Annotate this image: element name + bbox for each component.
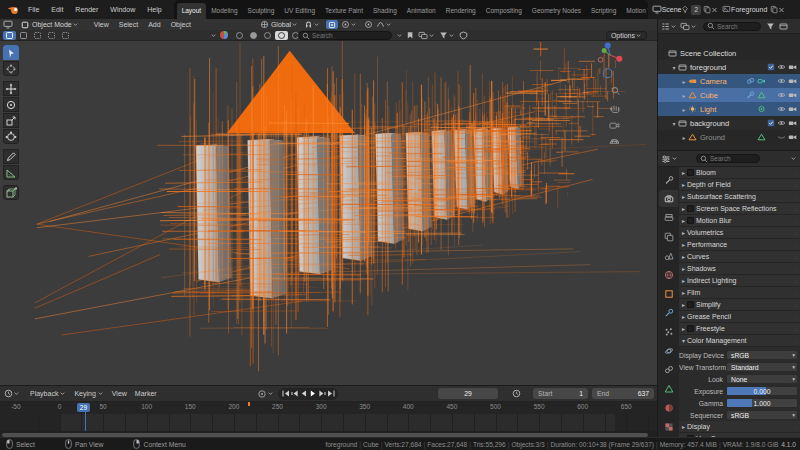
outliner-row-camera[interactable]: ▸Camera: [658, 74, 800, 88]
panel-checkbox[interactable]: [687, 325, 694, 332]
panel-screen-space-reflections[interactable]: ▸Screen Space Reflections::: [679, 203, 800, 215]
panel-expander-icon[interactable]: ▸: [682, 253, 685, 260]
shield-icon[interactable]: [459, 31, 468, 40]
playback-sync-icon[interactable]: [512, 389, 521, 398]
current-frame-field[interactable]: 29: [438, 388, 498, 399]
panel-shadows[interactable]: ▸Shadows::: [679, 263, 800, 275]
eye-icon[interactable]: [777, 63, 786, 71]
current-frame-badge[interactable]: 29: [77, 403, 90, 412]
tool-measure[interactable]: [3, 165, 19, 180]
panel-drag-handle[interactable]: ::: [794, 290, 799, 296]
mode-selector[interactable]: Object Mode: [32, 21, 72, 28]
panel-checkbox[interactable]: [687, 169, 694, 176]
data-mesh-icon[interactable]: [757, 91, 766, 99]
wrench-icon[interactable]: [746, 91, 755, 99]
proportional-edit-icon[interactable]: [341, 20, 350, 29]
panel-expander-icon[interactable]: ▸: [682, 301, 685, 308]
scene-name[interactable]: Scene: [662, 6, 682, 13]
tool-select-box[interactable]: [3, 45, 19, 60]
panel-drag-handle[interactable]: ::: [794, 338, 799, 344]
select-mode-1[interactable]: [17, 31, 30, 40]
select-mode-0[interactable]: [3, 31, 16, 40]
tab-texture-paint[interactable]: Texture Paint: [320, 3, 368, 19]
panel-grease-pencil[interactable]: ▸Grease Pencil::: [679, 311, 800, 323]
timeline-menu-view[interactable]: View: [108, 390, 131, 397]
dropdown-look[interactable]: None▾: [726, 374, 798, 384]
tab-animation[interactable]: Animation: [402, 3, 441, 19]
panel-expander-icon[interactable]: ▸: [682, 217, 685, 224]
outliner-row-scene-collection[interactable]: Scene Collection: [658, 46, 800, 60]
proportional-falloff-icon[interactable]: [364, 20, 373, 29]
filter-icon[interactable]: [766, 22, 775, 31]
panel-expander-icon[interactable]: ▸: [682, 181, 685, 188]
timeline-menu-playback[interactable]: Playback: [26, 390, 70, 397]
panel-expander-icon[interactable]: ▸: [682, 277, 685, 284]
tab-uv-editing[interactable]: UV Editing: [279, 3, 320, 19]
panel-checkbox[interactable]: [687, 217, 694, 224]
cam-icon[interactable]: [788, 91, 797, 99]
panel-drag-handle[interactable]: ::: [794, 302, 799, 308]
transport-jump-end[interactable]: [326, 389, 335, 398]
properties-tab-object[interactable]: [659, 285, 678, 302]
tab-compositing[interactable]: Compositing: [481, 3, 527, 19]
data-mesh-icon[interactable]: [757, 133, 766, 141]
new-scene-icon[interactable]: [703, 5, 711, 14]
link-icon[interactable]: [746, 77, 755, 85]
camera-view-gizmo[interactable]: [603, 69, 612, 78]
viewport-menu-add[interactable]: Add: [143, 21, 165, 28]
viewport-3d[interactable]: [0, 41, 657, 385]
remove-view-layer-icon[interactable]: [778, 6, 785, 14]
editor-type-icon[interactable]: [3, 20, 13, 29]
panel-expander-icon[interactable]: ▸: [682, 423, 685, 430]
panel-drag-handle[interactable]: ::: [794, 170, 799, 176]
check-icon[interactable]: [767, 63, 775, 71]
panel-subsurface-scattering[interactable]: ▸Subsurface Scattering::: [679, 191, 800, 203]
expander-icon[interactable]: ▾: [670, 120, 678, 127]
properties-tab-world[interactable]: [659, 266, 678, 283]
tool-annotate[interactable]: [3, 149, 19, 164]
outliner-row-light[interactable]: ▸Light: [658, 102, 800, 116]
properties-tab-modifiers[interactable]: [659, 304, 678, 321]
panel-motion-blur[interactable]: ▸Motion Blur::: [679, 215, 800, 227]
panel-expander-icon[interactable]: ▾: [682, 337, 685, 344]
panel-expander-icon[interactable]: ▸: [682, 169, 685, 176]
filter-icon[interactable]: [439, 31, 448, 40]
panel-freestyle[interactable]: ▸Freestyle::: [679, 323, 800, 335]
expander-icon[interactable]: ▸: [680, 106, 688, 113]
pan-gizmo[interactable]: [610, 106, 619, 113]
properties-tab-output[interactable]: [659, 209, 678, 226]
shading-toggle-3[interactable]: [275, 31, 288, 40]
scrollbar-thumb[interactable]: [2, 433, 648, 437]
tool-rotate[interactable]: [3, 97, 19, 112]
properties-tab-physics[interactable]: [659, 342, 678, 359]
panel-expander-icon[interactable]: ▸: [682, 193, 685, 200]
material-preview-sphere-icon[interactable]: [219, 30, 229, 40]
dropdown-view-transform[interactable]: Standard▾: [726, 362, 798, 372]
outliner-row-ground[interactable]: ▸Ground: [658, 130, 800, 144]
panel-expander-icon[interactable]: ▸: [682, 289, 685, 296]
panel-expander-icon[interactable]: ▸: [682, 325, 685, 332]
overlays-icon[interactable]: [418, 31, 428, 40]
scene-users-badge[interactable]: 2: [691, 5, 701, 15]
cam-icon[interactable]: [788, 133, 797, 141]
shading-toggle-2[interactable]: [261, 31, 274, 40]
properties-tab-scene[interactable]: [659, 247, 678, 264]
tool-scale[interactable]: [3, 113, 19, 128]
panel-curves[interactable]: ▸Curves::: [679, 251, 800, 263]
timeline-ruler[interactable]: -500501001502002503003504004505005506006…: [0, 402, 657, 414]
panel-drag-handle[interactable]: ::: [794, 230, 799, 236]
slider-exposure[interactable]: 0.000: [726, 386, 798, 396]
panel-expander-icon[interactable]: ▸: [682, 265, 685, 272]
camera-view-icon[interactable]: [610, 123, 619, 128]
tool-add-cube[interactable]: [3, 185, 19, 200]
check-icon[interactable]: [767, 119, 775, 127]
viewport-menu-view[interactable]: View: [89, 21, 114, 28]
panel-performance[interactable]: ▸Performance::: [679, 239, 800, 251]
options-button[interactable]: Options: [606, 31, 647, 40]
transport-next-key[interactable]: [317, 389, 326, 398]
shading-toggle-1[interactable]: [247, 31, 260, 40]
properties-editor-icon[interactable]: [661, 154, 671, 164]
viewport-search[interactable]: Search: [298, 31, 392, 40]
tab-sculpting[interactable]: Sculpting: [243, 3, 280, 19]
tab-geometry-nodes[interactable]: Geometry Nodes: [527, 3, 586, 19]
